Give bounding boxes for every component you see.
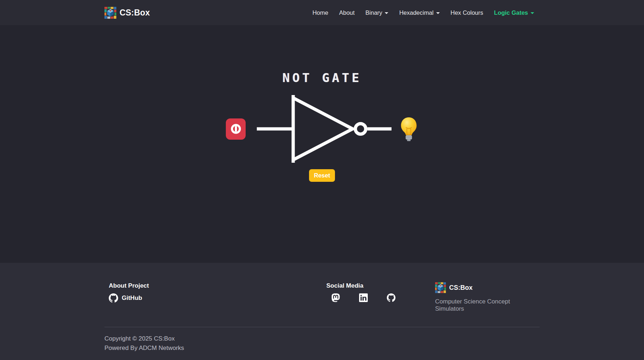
- mastodon-icon: [331, 293, 340, 302]
- footer-divider: [104, 327, 540, 327]
- simulator-title: NOT GATE: [0, 71, 644, 85]
- gate-output-indicator: [399, 116, 418, 141]
- nav-label: About: [339, 9, 354, 16]
- brand-name: CS:Box: [120, 8, 150, 18]
- csbox-logo-icon: [435, 282, 446, 293]
- footer-brand-name: CS:Box: [449, 284, 473, 292]
- reset-button[interactable]: Reset: [309, 169, 335, 182]
- footer-tagline: Computer Science Concept Simulators: [435, 298, 535, 312]
- github-social-link[interactable]: [387, 293, 395, 302]
- nav-label: Binary: [366, 9, 383, 16]
- nav-dropdown-logic-gates[interactable]: Logic Gates: [489, 6, 540, 19]
- nav-link-about[interactable]: About: [334, 6, 360, 19]
- github-link-label: GitHub: [122, 294, 142, 302]
- nav-label: Hexadecimal: [399, 9, 433, 16]
- page-footer: About Project GitHub Social Media: [0, 263, 644, 360]
- not-gate-simulator: [0, 93, 644, 165]
- csbox-logo-icon: [104, 7, 116, 19]
- nav-dropdown-hexadecimal[interactable]: Hexadecimal: [394, 6, 445, 19]
- social-media-heading: Social Media: [326, 282, 426, 289]
- nav-link-hex-colours[interactable]: Hex Colours: [445, 6, 489, 19]
- not-gate-diagram: [257, 93, 394, 165]
- gate-input-toggle-button[interactable]: [226, 118, 246, 140]
- brand-link[interactable]: CS:Box: [104, 7, 150, 19]
- nav-label: Home: [312, 9, 328, 16]
- chevron-down-icon: [531, 12, 534, 14]
- linkedin-link[interactable]: [359, 293, 368, 302]
- footer-social-section: Social Media: [322, 282, 431, 312]
- mastodon-link[interactable]: [331, 293, 340, 302]
- nav-label: Hex Colours: [451, 9, 483, 16]
- powered-by-text: Powered By ADCM Networks: [104, 345, 540, 352]
- nav-link-home[interactable]: Home: [307, 6, 334, 19]
- power-zero-icon: [230, 123, 242, 135]
- linkedin-icon: [359, 293, 368, 302]
- chevron-down-icon: [436, 12, 440, 14]
- github-icon: [109, 293, 118, 303]
- nav-menu: Home About Binary Hexadecimal Hex Colour…: [307, 6, 540, 19]
- about-project-heading: About Project: [109, 282, 318, 289]
- github-icon: [387, 293, 395, 302]
- copyright-text: Copyright © 2025 CS:Box: [104, 335, 540, 342]
- github-repo-link[interactable]: GitHub: [109, 293, 142, 303]
- lightbulb-on-icon: [399, 116, 418, 141]
- footer-brand-section: CS:Box Computer Science Concept Simulato…: [431, 282, 540, 312]
- nav-label: Logic Gates: [494, 9, 528, 16]
- top-navbar: CS:Box Home About Binary Hexadecimal Hex…: [0, 0, 644, 25]
- nav-dropdown-binary[interactable]: Binary: [360, 6, 394, 19]
- simulator-page: NOT GATE: [0, 25, 644, 263]
- chevron-down-icon: [385, 12, 388, 14]
- footer-about-section: About Project GitHub: [104, 282, 322, 312]
